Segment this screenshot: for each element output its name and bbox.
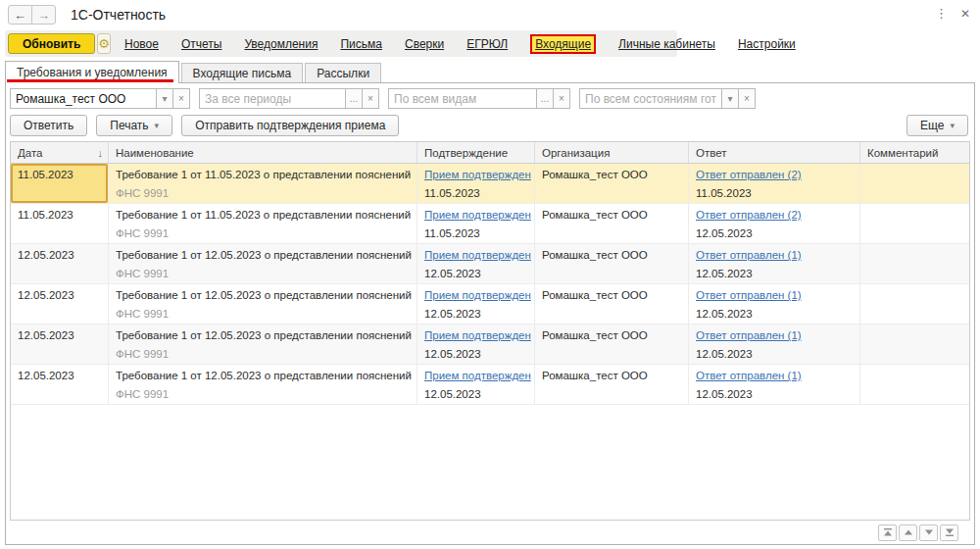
tab-incoming-letters[interactable]: Входящие письма bbox=[181, 63, 304, 83]
clear-icon[interactable]: × bbox=[553, 88, 570, 109]
cell-date[interactable]: 12.05.2023 bbox=[11, 365, 109, 404]
cell-answer[interactable]: Ответ отправлен (1) 12.05.2023 bbox=[689, 324, 860, 364]
column-header-answer[interactable]: Ответ bbox=[689, 142, 860, 163]
more-button[interactable]: Еще ▾ bbox=[906, 115, 968, 136]
menu-item-notifications[interactable]: Уведомления bbox=[244, 37, 318, 51]
menu-item-reconciliations[interactable]: Сверки bbox=[405, 37, 444, 51]
cell-confirmation[interactable]: Прием подтвержден 12.05.2023 bbox=[417, 284, 535, 324]
ellipsis-icon[interactable]: ... bbox=[345, 88, 363, 109]
cell-comment[interactable] bbox=[860, 284, 969, 324]
cell-confirmation[interactable]: Прием подтвержден 12.05.2023 bbox=[417, 324, 535, 364]
cell-answer[interactable]: Ответ отправлен (1) 12.05.2023 bbox=[689, 244, 860, 283]
table-row[interactable]: 12.05.2023 Требование 1 от 12.05.2023 о … bbox=[11, 244, 969, 284]
cell-name[interactable]: Требование 1 от 11.05.2023 о представлен… bbox=[109, 204, 417, 243]
cell-date[interactable]: 11.05.2023 bbox=[11, 164, 109, 203]
column-header-comment[interactable]: Комментарий bbox=[860, 142, 969, 163]
go-down-button[interactable] bbox=[919, 524, 938, 541]
cell-confirmation[interactable]: Прием подтвержден 11.05.2023 bbox=[417, 204, 535, 243]
state-filter-input[interactable] bbox=[579, 88, 722, 109]
confirmation-link[interactable]: Прием подтвержден bbox=[424, 249, 531, 261]
column-header-name[interactable]: Наименование bbox=[109, 142, 417, 163]
close-icon[interactable]: ✕ bbox=[960, 7, 970, 21]
dropdown-arrow-icon[interactable]: ▾ bbox=[156, 88, 173, 109]
clear-icon[interactable]: × bbox=[738, 88, 756, 109]
confirmation-link[interactable]: Прием подтвержден bbox=[424, 169, 531, 180]
send-confirmations-button[interactable]: Отправить подтверждения приема bbox=[181, 115, 399, 136]
confirmation-link[interactable]: Прием подтвержден bbox=[424, 370, 531, 381]
gear-button[interactable]: ⚙ bbox=[97, 33, 111, 54]
menu-item-incoming[interactable]: Входящие bbox=[530, 34, 596, 54]
confirmation-link[interactable]: Прием подтвержден bbox=[424, 329, 531, 341]
dropdown-arrow-icon[interactable]: ▾ bbox=[721, 88, 739, 109]
table-row[interactable]: 12.05.2023 Требование 1 от 12.05.2023 о … bbox=[11, 324, 969, 365]
menu-item-reports[interactable]: Отчеты bbox=[181, 37, 221, 51]
menu-item-personal-accounts[interactable]: Личные кабинеты bbox=[618, 37, 715, 51]
reply-button[interactable]: Ответить bbox=[10, 115, 87, 136]
table-row[interactable]: 11.05.2023 Требование 1 от 11.05.2023 о … bbox=[11, 164, 969, 204]
table-row[interactable]: 11.05.2023 Требование 1 от 11.05.2023 о … bbox=[11, 204, 969, 244]
cell-name[interactable]: Требование 1 от 12.05.2023 о представлен… bbox=[109, 324, 417, 364]
menu-item-letters[interactable]: Письма bbox=[340, 37, 382, 51]
cell-comment[interactable] bbox=[860, 204, 969, 243]
confirmation-link[interactable]: Прием подтвержден bbox=[424, 209, 531, 221]
cell-name[interactable]: Требование 1 от 11.05.2023 о представлен… bbox=[109, 164, 417, 203]
cell-date[interactable]: 12.05.2023 bbox=[11, 324, 109, 364]
table-row[interactable]: 12.05.2023 Требование 1 от 12.05.2023 о … bbox=[11, 284, 969, 324]
cell-organization[interactable]: Ромашка_тест ООО bbox=[535, 284, 689, 324]
tab-requirements-and-notifications[interactable]: Требования и уведомления bbox=[5, 61, 179, 83]
cell-answer[interactable]: Ответ отправлен (2) 12.05.2023 bbox=[689, 204, 860, 243]
column-header-organization[interactable]: Организация bbox=[535, 142, 689, 163]
answer-link[interactable]: Ответ отправлен (1) bbox=[696, 289, 802, 301]
cell-organization[interactable]: Ромашка_тест ООО bbox=[535, 365, 689, 404]
go-bottom-button[interactable] bbox=[940, 524, 958, 541]
cell-comment[interactable] bbox=[860, 324, 969, 364]
cell-confirmation[interactable]: Прием подтвержден 12.05.2023 bbox=[417, 244, 535, 283]
cell-answer[interactable]: Ответ отправлен (2) 11.05.2023 bbox=[689, 164, 860, 203]
answer-link[interactable]: Ответ отправлен (2) bbox=[696, 169, 802, 180]
cell-answer[interactable]: Ответ отправлен (1) 12.05.2023 bbox=[689, 284, 860, 324]
go-up-button[interactable] bbox=[899, 524, 917, 541]
cell-date[interactable]: 12.05.2023 bbox=[11, 244, 109, 283]
organization-filter-input[interactable] bbox=[10, 88, 157, 109]
cell-name[interactable]: Требование 1 от 12.05.2023 о представлен… bbox=[109, 244, 417, 283]
clear-icon[interactable]: × bbox=[172, 88, 190, 109]
menu-item-egrul[interactable]: ЕГРЮЛ bbox=[466, 37, 508, 51]
tab-mailings[interactable]: Рассылки bbox=[305, 63, 381, 83]
forward-button[interactable]: → bbox=[31, 5, 56, 25]
column-header-confirmation[interactable]: Подтверждение bbox=[417, 142, 535, 163]
refresh-button[interactable]: Обновить bbox=[8, 33, 95, 54]
answer-link[interactable]: Ответ отправлен (1) bbox=[696, 370, 802, 381]
cell-confirmation[interactable]: Прием подтвержден 12.05.2023 bbox=[417, 365, 535, 404]
menu-item-new[interactable]: Новое bbox=[124, 37, 159, 51]
table-row[interactable]: 12.05.2023 Требование 1 от 12.05.2023 о … bbox=[11, 365, 969, 405]
cell-organization[interactable]: Ромашка_тест ООО bbox=[535, 244, 689, 283]
clear-icon[interactable]: × bbox=[362, 88, 379, 109]
period-filter-input[interactable] bbox=[199, 88, 346, 109]
cell-date[interactable]: 12.05.2023 bbox=[11, 284, 109, 324]
back-button[interactable]: ← bbox=[8, 5, 32, 25]
cell-organization[interactable]: Ромашка_тест ООО bbox=[535, 324, 689, 364]
column-header-date[interactable]: Дата ↓ bbox=[11, 142, 109, 163]
answer-link[interactable]: Ответ отправлен (2) bbox=[696, 209, 802, 221]
cell-comment[interactable] bbox=[860, 244, 969, 283]
answer-link[interactable]: Ответ отправлен (1) bbox=[696, 249, 802, 261]
cell-answer[interactable]: Ответ отправлен (1) 12.05.2023 bbox=[689, 365, 860, 404]
go-down-icon bbox=[924, 527, 934, 537]
print-button[interactable]: Печать ▾ bbox=[96, 115, 172, 136]
window-menu-dots-icon[interactable]: ⋮ bbox=[935, 6, 948, 21]
cell-confirmation[interactable]: Прием подтвержден 11.05.2023 bbox=[417, 164, 535, 203]
cell-name[interactable]: Требование 1 от 12.05.2023 о представлен… bbox=[109, 284, 417, 324]
cell-comment[interactable] bbox=[860, 164, 969, 203]
kind-filter-input[interactable] bbox=[388, 88, 537, 109]
menu-item-settings[interactable]: Настройки bbox=[738, 37, 796, 51]
go-up-icon bbox=[904, 527, 913, 537]
go-top-button[interactable] bbox=[878, 524, 897, 541]
cell-name[interactable]: Требование 1 от 12.05.2023 о представлен… bbox=[109, 365, 417, 404]
cell-date[interactable]: 11.05.2023 bbox=[11, 204, 109, 243]
ellipsis-icon[interactable]: ... bbox=[536, 88, 554, 109]
confirmation-link[interactable]: Прием подтвержден bbox=[424, 289, 531, 301]
cell-comment[interactable] bbox=[860, 365, 969, 404]
answer-link[interactable]: Ответ отправлен (1) bbox=[696, 329, 802, 341]
cell-organization[interactable]: Ромашка_тест ООО bbox=[535, 164, 689, 203]
cell-organization[interactable]: Ромашка_тест ООО bbox=[535, 204, 689, 243]
